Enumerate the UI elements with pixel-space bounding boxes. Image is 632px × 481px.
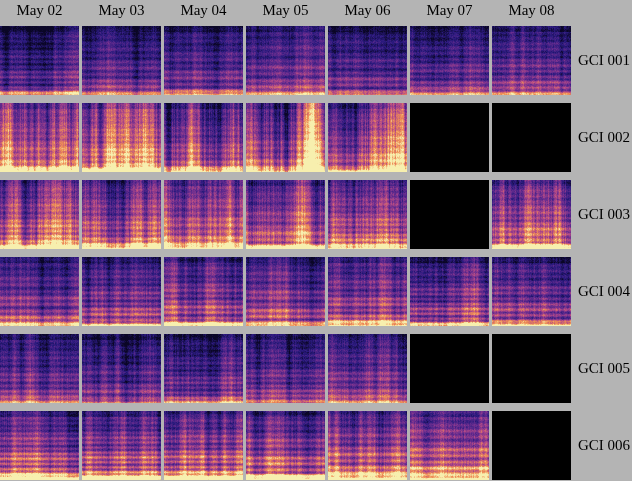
spectrogram-cell (0, 411, 79, 480)
station-row: GCI 006 (0, 411, 632, 480)
column-header-date: May 05 (246, 2, 325, 19)
spectrogram-cell (82, 334, 161, 403)
station-row: GCI 003 (0, 180, 632, 249)
station-row-cells (0, 334, 571, 403)
spectrogram-cell (328, 411, 407, 480)
spectrogram-cell (82, 103, 161, 172)
missing-data-cell (492, 334, 571, 403)
missing-data-cell (410, 334, 489, 403)
spectrogram-cell (164, 26, 243, 95)
spectrogram-cell (164, 103, 243, 172)
spectrogram-cell (328, 257, 407, 326)
station-row-cells (0, 257, 571, 326)
spectrogram-cell (492, 257, 571, 326)
spectrogram-cell (0, 180, 79, 249)
missing-data-cell (410, 103, 489, 172)
spectrogram-cell (328, 180, 407, 249)
spectrogram-cell (328, 26, 407, 95)
row-label: GCI 003 (571, 180, 632, 249)
spectrogram-cell (0, 26, 79, 95)
spectrogram-cell (164, 180, 243, 249)
spectrogram-cell (328, 334, 407, 403)
missing-data-cell (410, 180, 489, 249)
column-header-date: May 04 (164, 2, 243, 19)
station-row: GCI 005 (0, 334, 632, 403)
column-header-date: May 06 (328, 2, 407, 19)
column-header-date: May 07 (410, 2, 489, 19)
column-header-date: May 08 (492, 2, 571, 19)
date-header-row: May 02May 03May 04May 05May 06May 07May … (0, 0, 632, 26)
row-label: GCI 001 (571, 26, 632, 95)
station-row: GCI 001 (0, 26, 632, 95)
station-row-cells (0, 103, 571, 172)
spectrogram-cell (82, 257, 161, 326)
station-row-cells (0, 180, 571, 249)
spectrogram-cell (82, 180, 161, 249)
station-row-cells (0, 411, 571, 480)
missing-data-cell (492, 103, 571, 172)
spectrogram-cell (164, 411, 243, 480)
spectrogram-cell (82, 411, 161, 480)
spectrogram-cell (410, 26, 489, 95)
row-label: GCI 004 (571, 257, 632, 326)
column-header-date: May 03 (82, 2, 161, 19)
row-label: GCI 006 (571, 411, 632, 480)
station-row: GCI 002 (0, 103, 632, 172)
spectrogram-cell (0, 103, 79, 172)
spectrogram-cell (492, 180, 571, 249)
spectrogram-cell (246, 26, 325, 95)
spectrogram-cell (164, 334, 243, 403)
spectrogram-cell (0, 334, 79, 403)
station-row: GCI 004 (0, 257, 632, 326)
station-row-cells (0, 26, 571, 95)
spectrogram-cell (328, 103, 407, 172)
spectrogram-cell (410, 257, 489, 326)
spectrogram-cell (492, 26, 571, 95)
station-rows: GCI 001 GCI 002 GCI 003 GCI 004 GCI 005 … (0, 26, 632, 480)
missing-data-cell (492, 411, 571, 480)
row-label: GCI 002 (571, 103, 632, 172)
row-label: GCI 005 (571, 334, 632, 403)
spectrogram-montage: May 02May 03May 04May 05May 06May 07May … (0, 0, 632, 481)
spectrogram-cell (246, 411, 325, 480)
spectrogram-cell (246, 180, 325, 249)
column-header-date: May 02 (0, 2, 79, 19)
spectrogram-cell (82, 26, 161, 95)
spectrogram-cell (246, 257, 325, 326)
spectrogram-cell (0, 257, 79, 326)
spectrogram-cell (410, 411, 489, 480)
spectrogram-cell (246, 103, 325, 172)
spectrogram-cell (246, 334, 325, 403)
spectrogram-cell (164, 257, 243, 326)
